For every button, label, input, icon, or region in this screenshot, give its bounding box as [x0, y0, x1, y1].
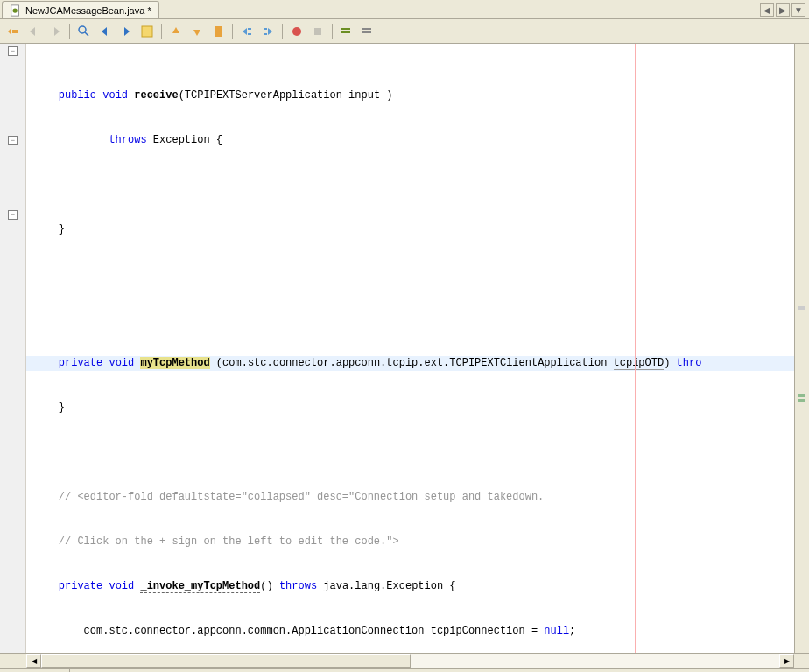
- tab-navigation: ◀ ▶ ▼: [760, 3, 809, 18]
- fold-marker[interactable]: −: [8, 46, 18, 56]
- mark-stripe[interactable]: [798, 306, 805, 310]
- scroll-left-icon[interactable]: ◀: [26, 654, 41, 668]
- forward-icon[interactable]: [46, 22, 65, 41]
- toggle-highlight-icon[interactable]: [137, 22, 157, 41]
- next-bookmark-icon[interactable]: [187, 22, 207, 41]
- mark-stripe[interactable]: [798, 399, 805, 402]
- horizontal-scrollbar[interactable]: ◀ ▶: [0, 653, 809, 668]
- fold-marker[interactable]: −: [8, 136, 18, 145]
- comment-icon[interactable]: [337, 22, 356, 41]
- tab-filename: NewJCAMessageBean.java *: [25, 5, 151, 16]
- uncomment-icon[interactable]: [358, 22, 377, 41]
- status-bar: 39:18 INS: [0, 668, 809, 672]
- svg-rect-14: [341, 32, 350, 33]
- code-area[interactable]: public void receive(TCPIPEXTServerApplic…: [26, 44, 794, 653]
- scrollbar-track[interactable]: [41, 654, 779, 668]
- find-prev-icon[interactable]: [95, 22, 115, 41]
- insert-mode: INS: [39, 668, 70, 672]
- file-tab[interactable]: NewJCAMessageBean.java *: [2, 1, 159, 18]
- find-selection-icon[interactable]: [74, 22, 94, 41]
- svg-point-1: [13, 8, 18, 12]
- editor-toolbar: [0, 19, 809, 44]
- editor: − − − public void receive(TCPIPEXTServer…: [0, 44, 809, 653]
- tab-scroll-right[interactable]: ▶: [776, 3, 790, 17]
- svg-line-4: [85, 32, 88, 36]
- svg-rect-2: [12, 30, 18, 33]
- toggle-bookmark-icon[interactable]: [208, 22, 228, 41]
- tab-bar: NewJCAMessageBean.java * ◀ ▶ ▼: [0, 0, 809, 19]
- shift-left-icon[interactable]: [237, 22, 257, 41]
- svg-rect-15: [362, 28, 371, 30]
- svg-rect-5: [142, 26, 152, 37]
- scrollbar-thumb[interactable]: [41, 654, 411, 668]
- java-file-icon: [10, 4, 22, 17]
- scroll-right-icon[interactable]: ▶: [779, 654, 794, 668]
- svg-rect-12: [314, 28, 321, 35]
- svg-rect-13: [341, 28, 350, 30]
- tab-dropdown[interactable]: ▼: [791, 3, 805, 17]
- svg-rect-10: [264, 33, 267, 35]
- shift-right-icon[interactable]: [258, 22, 278, 41]
- svg-rect-6: [215, 26, 222, 37]
- gutter: − − −: [0, 44, 26, 653]
- tab-scroll-left[interactable]: ◀: [760, 3, 774, 17]
- svg-point-11: [292, 27, 301, 36]
- cursor-position: 39:18: [0, 668, 39, 672]
- svg-rect-16: [362, 32, 371, 33]
- mark-stripe[interactable]: [798, 394, 805, 397]
- last-edit-icon[interactable]: [4, 22, 23, 41]
- start-macro-icon[interactable]: [287, 22, 306, 41]
- svg-point-3: [79, 26, 86, 33]
- back-icon[interactable]: [25, 22, 44, 41]
- error-stripe: [794, 44, 809, 653]
- stop-macro-icon[interactable]: [308, 22, 327, 41]
- right-margin-line: [635, 44, 636, 653]
- svg-rect-9: [264, 28, 267, 30]
- fold-marker[interactable]: −: [8, 210, 18, 220]
- svg-rect-8: [248, 33, 251, 35]
- svg-rect-7: [248, 28, 251, 30]
- find-next-icon[interactable]: [116, 22, 136, 41]
- prev-bookmark-icon[interactable]: [166, 22, 186, 41]
